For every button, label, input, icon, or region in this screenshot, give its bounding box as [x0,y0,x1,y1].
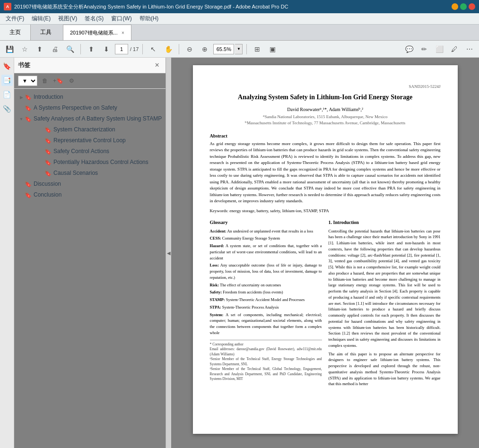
glossary-entry-stamp: STAMP: System-Theoretic Accident Model a… [210,297,322,303]
bookmarks-delete-button[interactable]: 🗑 [39,75,51,86]
menu-file[interactable]: 文件(F) [2,14,28,24]
glossary-entry-hazard: Hazard: A system state, or set of condit… [210,243,322,261]
abstract-title: Abstract [210,133,441,138]
toggle-sys-char-icon [38,126,44,134]
zoom-level-input[interactable] [213,44,234,54]
toggle-safety-analyses-icon[interactable]: ▼ [18,115,25,123]
pdf-authors: David Rosewaterᵃ,¹*, Adam Williamsᵇ,² [210,107,441,112]
tab-tools[interactable]: 工具 [31,25,61,40]
sidebar-attach-icon[interactable]: 📎 [1,103,13,114]
abstract-text: As grid energy storage systems become mo… [210,141,441,205]
next-page-button[interactable]: ⬇ [100,43,113,56]
title-bar: A 201907锂电储能系统安全分析Analyzing System Safet… [0,0,479,13]
zoom-in-button[interactable]: ⊕ [198,43,211,56]
bookmark-item-introduction[interactable]: ▶ 🔖 Introduction [14,92,165,103]
bookmark-item-discussion[interactable]: 🔖 Discussion [14,179,165,190]
bookmark-item-rep-control[interactable]: 🔖 Representative Control Loop [14,135,165,146]
fit-page-button[interactable]: ⊞ [251,43,264,56]
bookmarks-toolbar: ▼ 🗑 +🔖 ⚙ [14,73,165,89]
bookmarks-close-button[interactable]: × [152,60,162,70]
bookmark-icon-phca: 🔖 [44,159,51,166]
bookmark-icon-safety-analyses: 🔖 [25,115,31,123]
menu-bar: 文件(F) 编辑(E) 视图(V) 签名(S) 窗口(W) 帮助(H) [0,13,479,25]
toggle-systems-icon [18,104,25,112]
prev-page-button[interactable]: ⬆ [85,43,98,56]
upload-button[interactable]: ⬆ [33,43,46,56]
window-controls[interactable] [452,3,475,10]
bookmark-icon-conclusion: 🔖 [25,191,31,199]
toggle-introduction-icon[interactable]: ▶ [18,94,25,101]
stamp-button[interactable]: ⬜ [433,43,446,56]
comment-button[interactable]: 💬 [402,43,416,56]
more-tools-button[interactable]: ⋯ [463,43,476,56]
sidebar-nav-icon[interactable]: 🔖 [1,60,13,72]
bookmark-item-safety-analyses[interactable]: ▼ 🔖 Safety Analyses of A Battery System … [14,113,165,124]
menu-sign[interactable]: 签名(S) [81,14,107,24]
toggle-discussion-icon [18,181,25,188]
zoom-out-search-button[interactable]: 🔍 [63,43,77,56]
maximize-button[interactable] [460,3,467,10]
tab-file[interactable]: 201907锂电储能系... × [63,25,131,40]
intro-text1: Controlling the potential hazards that l… [329,228,441,349]
separator-1 [80,44,81,54]
bookmarks-add-button[interactable]: +🔖 [52,75,64,86]
pen-button[interactable]: 🖊 [448,43,461,56]
menu-help[interactable]: 帮助(H) [136,14,163,24]
title-bar-text: 201907锂电储能系统安全分析Analyzing System Safety … [14,3,449,10]
zoom-out-button[interactable]: ⊖ [183,43,196,56]
page-number-input[interactable] [115,44,128,54]
bookmarks-dropdown[interactable]: ▼ [18,76,37,86]
keywords: Keywords: energy storage, battery, safet… [210,208,441,213]
bookmark-item-conclusion[interactable]: 🔖 Conclusion [14,190,165,200]
bookmarks-tree: ▶ 🔖 Introduction 🔖 A Systems Perspective… [14,89,165,448]
tab-home[interactable]: 主页 [0,25,31,40]
app-icon: A [4,3,11,10]
fit-width-button[interactable]: ▣ [266,43,279,56]
save-button[interactable]: 💾 [3,43,16,56]
menu-edit[interactable]: 编辑(E) [28,14,54,24]
glossary-entry-accident: Accident: An undesired or unplanned even… [210,228,322,234]
sidebar-bookmarks-icon[interactable]: 📑 [1,75,13,86]
bookmark-item-phca[interactable]: 🔖 Potentially Hazardous Control Actions [14,157,165,168]
cursor-tool-button[interactable]: ↖ [147,43,160,56]
sidebar-pages-icon[interactable]: 📄 [1,89,13,100]
affil2: ᵇMassachusetts Institute of Technology, … [210,120,441,127]
hand-tool-button[interactable]: ✋ [162,43,175,56]
menu-view[interactable]: 视图(V) [54,14,81,24]
glossary-title: Glossary [210,219,322,226]
highlight-button[interactable]: ✏ [418,43,431,56]
footnote-email: Email addresses: darose@sandia.gov (Davi… [210,347,322,357]
page-navigation: / 17 [115,44,139,54]
bookmarks-title: 书签 [18,61,30,69]
toggle-conclusion-icon [18,191,25,199]
bookmark-item-systems[interactable]: 🔖 A Systems Perspective on Safety [14,103,165,113]
glossary-column: Glossary Accident: An undesired or unpla… [210,219,322,390]
minimize-button[interactable] [452,3,458,10]
menu-window[interactable]: 窗口(W) [107,14,135,24]
toggle-phca-icon [38,159,44,166]
close-button[interactable] [469,3,475,10]
bookmark-icon-discussion: 🔖 [25,181,31,188]
bookmark-item-safety-control[interactable]: 🔖 Safety Control Actions [14,146,165,157]
bookmarks-header: 书签 × [14,58,165,73]
print-button[interactable]: 🖨 [48,43,61,56]
footnote-separator [210,340,322,340]
bookmark-icon-safety-control: 🔖 [44,148,51,155]
tab-close-icon[interactable]: × [122,30,124,35]
bookmark-label-safety-analyses: Safety Analyses of A Battery System Usin… [34,115,162,123]
footnote-2: ²Senior Member of the Technical Staff, G… [210,367,322,382]
bookmark-label-causal: Causal Scenarios [53,169,162,177]
zoom-dropdown-button[interactable]: ▼ [235,44,243,54]
bookmark-icon-systems: 🔖 [25,104,31,112]
footnote-star: * Corresponding author Email addresses: … [210,342,322,382]
bookmark-button[interactable]: ☆ [18,43,31,56]
pdf-area[interactable]: SAND2015-5224J Analyzing System Safety i… [171,58,479,448]
bookmarks-options-button[interactable]: ⚙ [66,75,77,86]
sidebar-collapse-handle[interactable]: ◀ [165,58,171,448]
bookmark-item-sys-char[interactable]: 🔖 System Characterization [14,124,165,135]
pdf-affiliations: ᵃSandia National Laboratories, 1515 Euba… [210,114,441,127]
separator-2 [142,44,143,54]
bookmark-item-causal[interactable]: 🔖 Causal Scenarios [14,168,165,179]
main-toolbar: 💾 ☆ ⬆ 🖨 🔍 ⬆ ⬇ / 17 ↖ ✋ ⊖ ⊕ ▼ ⊞ ▣ 💬 ✏ ⬜ 🖊… [0,41,479,58]
pdf-title: Analyzing System Safety in Lithium-Ion G… [210,93,441,102]
